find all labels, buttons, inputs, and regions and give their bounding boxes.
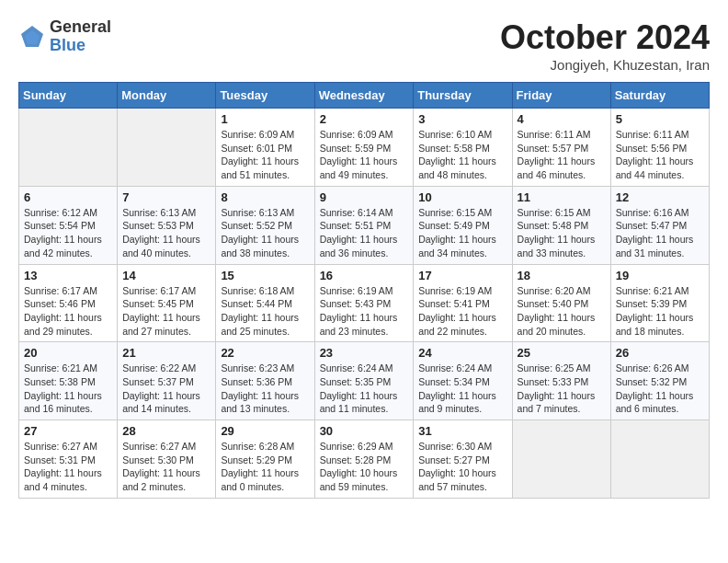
logo: General Blue: [18, 18, 111, 55]
calendar-cell: 5Sunrise: 6:11 AM Sunset: 5:56 PM Daylig…: [610, 109, 709, 187]
day-number: 30: [320, 424, 409, 438]
calendar-cell: 12Sunrise: 6:16 AM Sunset: 5:47 PM Dayli…: [610, 186, 709, 264]
day-info: Sunrise: 6:15 AM Sunset: 5:48 PM Dayligh…: [518, 206, 606, 260]
day-info: Sunrise: 6:21 AM Sunset: 5:38 PM Dayligh…: [24, 362, 112, 416]
day-info: Sunrise: 6:10 AM Sunset: 5:58 PM Dayligh…: [418, 128, 506, 182]
calendar-cell: 24Sunrise: 6:24 AM Sunset: 5:34 PM Dayli…: [414, 342, 512, 420]
day-number: 10: [418, 190, 506, 204]
day-info: Sunrise: 6:22 AM Sunset: 5:37 PM Dayligh…: [122, 362, 210, 416]
day-number: 12: [616, 190, 704, 204]
calendar-cell: 28Sunrise: 6:27 AM Sunset: 5:30 PM Dayli…: [118, 420, 216, 499]
day-number: 25: [518, 346, 606, 360]
day-info: Sunrise: 6:26 AM Sunset: 5:32 PM Dayligh…: [616, 362, 704, 416]
day-info: Sunrise: 6:09 AM Sunset: 5:59 PM Dayligh…: [320, 128, 409, 182]
page-header: General Blue October 2024 Jongiyeh, Khuz…: [18, 18, 710, 73]
day-number: 6: [24, 190, 112, 204]
day-info: Sunrise: 6:24 AM Sunset: 5:34 PM Dayligh…: [418, 362, 506, 416]
calendar-cell: 21Sunrise: 6:22 AM Sunset: 5:37 PM Dayli…: [118, 342, 216, 420]
day-number: 18: [518, 269, 606, 282]
calendar-cell: [512, 420, 610, 499]
day-header-saturday: Saturday: [610, 83, 709, 109]
day-info: Sunrise: 6:14 AM Sunset: 5:51 PM Dayligh…: [320, 206, 409, 260]
logo-general-text: General: [50, 18, 111, 37]
day-info: Sunrise: 6:25 AM Sunset: 5:33 PM Dayligh…: [518, 362, 606, 416]
day-info: Sunrise: 6:09 AM Sunset: 6:01 PM Dayligh…: [221, 128, 309, 182]
day-info: Sunrise: 6:11 AM Sunset: 5:57 PM Dayligh…: [518, 128, 606, 182]
day-info: Sunrise: 6:24 AM Sunset: 5:35 PM Dayligh…: [320, 362, 409, 416]
day-header-tuesday: Tuesday: [216, 83, 314, 109]
logo-icon: [18, 23, 46, 51]
day-number: 13: [24, 269, 112, 282]
day-info: Sunrise: 6:19 AM Sunset: 5:43 PM Dayligh…: [320, 284, 409, 339]
day-number: 17: [418, 269, 506, 282]
day-info: Sunrise: 6:18 AM Sunset: 5:44 PM Dayligh…: [221, 284, 309, 339]
day-number: 2: [320, 112, 409, 126]
day-info: Sunrise: 6:19 AM Sunset: 5:41 PM Dayligh…: [418, 284, 506, 339]
day-header-friday: Friday: [512, 83, 610, 109]
calendar-cell: 18Sunrise: 6:20 AM Sunset: 5:40 PM Dayli…: [512, 264, 610, 342]
day-number: 22: [221, 346, 309, 360]
day-info: Sunrise: 6:29 AM Sunset: 5:28 PM Dayligh…: [320, 440, 409, 494]
day-number: 24: [418, 346, 506, 360]
calendar-cell: 13Sunrise: 6:17 AM Sunset: 5:46 PM Dayli…: [19, 264, 118, 342]
day-header-monday: Monday: [118, 83, 216, 109]
calendar-cell: [118, 109, 216, 187]
calendar-cell: 11Sunrise: 6:15 AM Sunset: 5:48 PM Dayli…: [512, 186, 610, 264]
calendar-cell: 22Sunrise: 6:23 AM Sunset: 5:36 PM Dayli…: [216, 342, 314, 420]
day-info: Sunrise: 6:20 AM Sunset: 5:40 PM Dayligh…: [518, 284, 606, 339]
calendar-cell: 7Sunrise: 6:13 AM Sunset: 5:53 PM Daylig…: [118, 186, 216, 264]
calendar-cell: 10Sunrise: 6:15 AM Sunset: 5:49 PM Dayli…: [414, 186, 512, 264]
calendar-cell: 1Sunrise: 6:09 AM Sunset: 6:01 PM Daylig…: [216, 109, 314, 187]
day-info: Sunrise: 6:13 AM Sunset: 5:52 PM Dayligh…: [221, 206, 309, 260]
day-number: 7: [122, 190, 210, 204]
day-number: 15: [221, 269, 309, 282]
calendar-cell: 3Sunrise: 6:10 AM Sunset: 5:58 PM Daylig…: [414, 109, 512, 187]
calendar-cell: 17Sunrise: 6:19 AM Sunset: 5:41 PM Dayli…: [414, 264, 512, 342]
day-number: 16: [320, 269, 409, 282]
calendar-cell: 31Sunrise: 6:30 AM Sunset: 5:27 PM Dayli…: [414, 420, 512, 499]
day-number: 28: [122, 424, 210, 438]
day-number: 5: [616, 112, 704, 126]
day-info: Sunrise: 6:28 AM Sunset: 5:29 PM Dayligh…: [221, 440, 309, 494]
calendar-cell: 16Sunrise: 6:19 AM Sunset: 5:43 PM Dayli…: [314, 264, 414, 342]
day-info: Sunrise: 6:13 AM Sunset: 5:53 PM Dayligh…: [122, 206, 210, 260]
day-info: Sunrise: 6:17 AM Sunset: 5:45 PM Dayligh…: [122, 284, 210, 339]
calendar-cell: 4Sunrise: 6:11 AM Sunset: 5:57 PM Daylig…: [512, 109, 610, 187]
calendar-cell: 23Sunrise: 6:24 AM Sunset: 5:35 PM Dayli…: [314, 342, 414, 420]
day-number: 21: [122, 346, 210, 360]
calendar-cell: 9Sunrise: 6:14 AM Sunset: 5:51 PM Daylig…: [314, 186, 414, 264]
day-number: 19: [616, 269, 704, 282]
day-number: 14: [122, 269, 210, 282]
day-info: Sunrise: 6:21 AM Sunset: 5:39 PM Dayligh…: [616, 284, 704, 339]
logo-blue-text: Blue: [50, 37, 111, 55]
calendar-cell: [610, 420, 709, 499]
day-info: Sunrise: 6:30 AM Sunset: 5:27 PM Dayligh…: [418, 440, 506, 494]
calendar-cell: 27Sunrise: 6:27 AM Sunset: 5:31 PM Dayli…: [19, 420, 118, 499]
day-info: Sunrise: 6:17 AM Sunset: 5:46 PM Dayligh…: [24, 284, 112, 339]
calendar-cell: 19Sunrise: 6:21 AM Sunset: 5:39 PM Dayli…: [610, 264, 709, 342]
day-header-thursday: Thursday: [414, 83, 512, 109]
day-info: Sunrise: 6:27 AM Sunset: 5:31 PM Dayligh…: [24, 440, 112, 494]
day-info: Sunrise: 6:23 AM Sunset: 5:36 PM Dayligh…: [221, 362, 309, 416]
month-title: October 2024: [500, 18, 710, 57]
calendar-cell: 20Sunrise: 6:21 AM Sunset: 5:38 PM Dayli…: [19, 342, 118, 420]
calendar-cell: [19, 109, 118, 187]
calendar-cell: 15Sunrise: 6:18 AM Sunset: 5:44 PM Dayli…: [216, 264, 314, 342]
calendar-cell: 8Sunrise: 6:13 AM Sunset: 5:52 PM Daylig…: [216, 186, 314, 264]
calendar-cell: 14Sunrise: 6:17 AM Sunset: 5:45 PM Dayli…: [118, 264, 216, 342]
day-info: Sunrise: 6:15 AM Sunset: 5:49 PM Dayligh…: [418, 206, 506, 260]
calendar-table: SundayMondayTuesdayWednesdayThursdayFrid…: [18, 82, 710, 499]
day-number: 23: [320, 346, 409, 360]
day-number: 20: [24, 346, 112, 360]
calendar-cell: 30Sunrise: 6:29 AM Sunset: 5:28 PM Dayli…: [314, 420, 414, 499]
day-number: 11: [518, 190, 606, 204]
day-number: 8: [221, 190, 309, 204]
day-number: 26: [616, 346, 704, 360]
day-number: 1: [221, 112, 309, 126]
day-number: 29: [221, 424, 309, 438]
day-number: 9: [320, 190, 409, 204]
day-header-sunday: Sunday: [19, 83, 118, 109]
day-number: 3: [418, 112, 506, 126]
calendar-cell: 2Sunrise: 6:09 AM Sunset: 5:59 PM Daylig…: [314, 109, 414, 187]
day-number: 31: [418, 424, 506, 438]
